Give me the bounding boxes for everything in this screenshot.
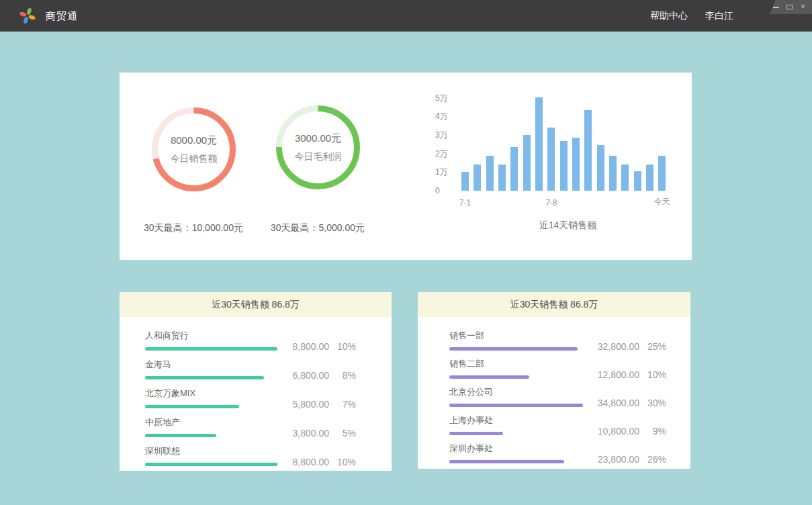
department-ranking-title: 近30天销售额 86.8万 xyxy=(418,292,690,317)
rank-percent: 10% xyxy=(329,457,356,467)
rank-bar-fill xyxy=(145,463,277,466)
rank-values: 23,800.0026% xyxy=(588,454,666,465)
rank-percent: 25% xyxy=(639,341,666,352)
rank-name: 中原地产 xyxy=(145,416,277,428)
department-ranking-card: 近30天销售额 86.8万 销售一部32,800.0025%销售二部12,800… xyxy=(418,292,690,469)
rank-values: 6,800.008% xyxy=(278,370,356,381)
rank-bar-fill xyxy=(145,347,277,351)
today-sales-label: 今日销售额 xyxy=(171,153,218,165)
rank-bar xyxy=(145,434,277,437)
daily-sales-bar-9 xyxy=(560,141,568,191)
daily-sales-bar-12 xyxy=(597,145,604,191)
app-title: 商贸通 xyxy=(46,0,78,32)
rank-percent: 10% xyxy=(639,369,666,380)
maximize-button[interactable] xyxy=(786,3,793,11)
daily-sales-plot: 01万2万3万4万5万7-17-8今天 xyxy=(461,98,666,191)
rank-values: 8,800.0010% xyxy=(278,341,356,352)
rank-percent: 26% xyxy=(639,454,666,465)
rank-bar-fill xyxy=(449,404,583,407)
rank-percent: 10% xyxy=(329,341,356,352)
rank-amount: 3,800.00 xyxy=(278,428,329,439)
rank-values: 34,800.0030% xyxy=(588,398,666,408)
daily-sales-bar-6 xyxy=(523,135,531,191)
customer-ranking-list: 人和商贸行8,800.0010%金海马6,800.008%北京万象MIX5,80… xyxy=(120,317,392,466)
rank-name: 人和商贸行 xyxy=(145,330,277,342)
rank-name: 深圳办事处 xyxy=(449,443,583,455)
daily-sales-bar-14 xyxy=(621,165,629,191)
rank-values: 5,800.007% xyxy=(278,399,356,410)
ring-center-text: 8000.00元 今日销售额 xyxy=(152,107,236,191)
rank-bar xyxy=(145,463,277,466)
rank-bar xyxy=(145,405,277,408)
rank-bar xyxy=(449,404,583,407)
help-center-link[interactable]: 帮助中心 xyxy=(650,10,688,22)
app-logo-icon xyxy=(19,7,36,25)
daily-sales-bar-3 xyxy=(486,156,494,191)
x-axis-tick: 今天 xyxy=(654,196,670,208)
daily-sales-bar-5 xyxy=(510,147,518,191)
rank-row: 中原地产3,800.005% xyxy=(145,416,356,437)
rank-row: 北京万象MIX5,800.007% xyxy=(145,387,356,408)
today-sales-value: 8000.00元 xyxy=(171,134,217,147)
rank-bar-fill xyxy=(449,460,564,463)
y-axis-tick: 1万 xyxy=(435,167,458,178)
rank-name: 金海马 xyxy=(145,359,277,371)
rank-amount: 6,800.00 xyxy=(278,370,329,381)
rank-name: 销售二部 xyxy=(449,358,583,370)
today-profit-ring: 3000.00元 今日毛利润 xyxy=(276,105,360,189)
rank-bar xyxy=(449,460,583,463)
rank-bar xyxy=(449,432,583,435)
rank-row: 金海马6,800.008% xyxy=(145,359,356,379)
rank-values: 8,800.0010% xyxy=(278,457,356,467)
rank-bar xyxy=(145,376,277,379)
rank-bar xyxy=(145,347,277,351)
rank-bar-fill xyxy=(449,347,578,351)
rank-values: 10,800.009% xyxy=(588,426,666,437)
rank-percent: 7% xyxy=(329,399,356,410)
rank-row: 北京分公司34,800.0030% xyxy=(449,386,666,407)
rank-bar-fill xyxy=(449,375,529,379)
daily-sales-bar-2 xyxy=(473,165,481,191)
rank-name: 北京万象MIX xyxy=(145,387,277,400)
y-axis-tick: 0 xyxy=(435,186,458,195)
customer-ranking-card: 近30天销售额 86.8万 人和商贸行8,800.0010%金海马6,800.0… xyxy=(120,292,392,471)
rank-row: 深圳办事处23,800.0026% xyxy=(449,443,666,463)
titlebar: 商贸通 帮助中心 李白江 × xyxy=(0,0,812,32)
rank-bar-fill xyxy=(145,405,239,408)
username-menu[interactable]: 李白江 xyxy=(705,10,733,22)
rank-bar-fill xyxy=(145,434,216,437)
y-axis-tick: 2万 xyxy=(435,148,458,159)
close-button[interactable]: × xyxy=(799,3,807,11)
minimize-button[interactable] xyxy=(772,3,780,11)
titlebar-menu: 帮助中心 李白江 xyxy=(650,0,733,32)
rank-percent: 8% xyxy=(329,370,356,381)
daily-sales-bar-1 xyxy=(461,172,469,191)
rank-values: 3,800.005% xyxy=(278,428,356,439)
today-profit-label: 今日毛利润 xyxy=(295,151,342,163)
rank-bar-fill xyxy=(449,432,503,435)
rank-row: 上海办事处10,800.009% xyxy=(449,414,666,435)
x-axis-tick: 7-8 xyxy=(545,198,557,208)
customer-ranking-title: 近30天销售额 86.8万 xyxy=(120,292,392,317)
rank-name: 深圳联想 xyxy=(145,445,277,457)
rank-amount: 32,800.00 xyxy=(588,341,639,352)
daily-sales-chart-title: 近14天销售额 xyxy=(482,220,653,232)
y-axis-tick: 5万 xyxy=(435,92,458,103)
daily-sales-bar-8 xyxy=(547,128,555,191)
rank-name: 销售一部 xyxy=(449,330,583,342)
y-axis-tick: 4万 xyxy=(435,111,458,122)
today-sales-ring: 8000.00元 今日销售额 xyxy=(152,107,236,191)
profit-30day-high: 30天最高：5,000.00元 xyxy=(240,222,395,234)
rank-row: 深圳联想8,800.0010% xyxy=(145,445,356,466)
today-profit-value: 3000.00元 xyxy=(295,132,341,145)
daily-sales-bar-13 xyxy=(609,156,617,191)
daily-sales-bar-7 xyxy=(535,97,543,191)
rank-values: 32,800.0025% xyxy=(588,341,666,352)
window-controls: × xyxy=(770,0,812,14)
daily-sales-bar-11 xyxy=(584,110,592,191)
rank-amount: 5,800.00 xyxy=(278,399,329,410)
y-axis-tick: 3万 xyxy=(435,129,458,140)
rank-percent: 5% xyxy=(329,428,356,439)
department-ranking-list: 销售一部32,800.0025%销售二部12,800.0010%北京分公司34,… xyxy=(418,317,690,463)
app-window: 商贸通 帮助中心 李白江 × 8000.00元 今日销售额 30天最高：10,0… xyxy=(0,0,812,505)
